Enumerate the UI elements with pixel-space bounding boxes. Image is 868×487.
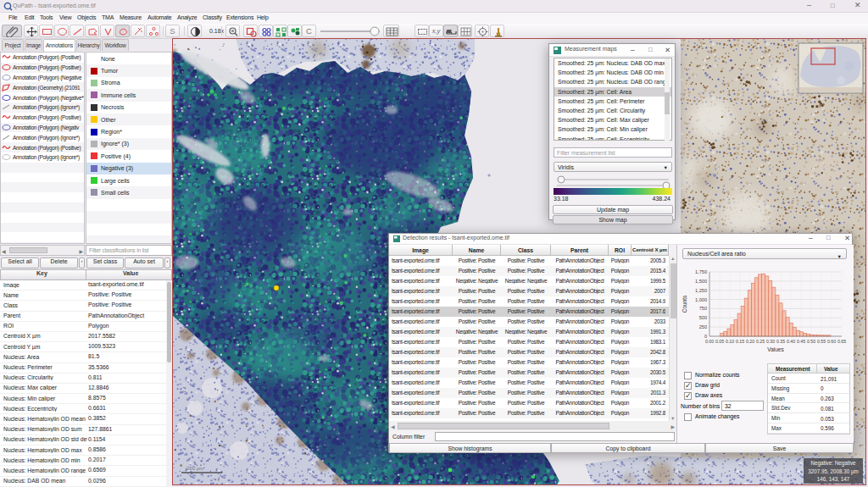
svg-text:1,750: 1,750	[695, 269, 707, 274]
svg-text:0.30: 0.30	[766, 339, 775, 344]
svg-text:0.05: 0.05	[715, 339, 724, 344]
svg-text:0.40: 0.40	[787, 339, 795, 344]
svg-text:0.25: 0.25	[756, 339, 765, 344]
svg-text:1,500: 1,500	[695, 279, 707, 284]
svg-text:0.10: 0.10	[726, 339, 734, 344]
svg-text:500: 500	[699, 315, 707, 320]
svg-text:750: 750	[699, 306, 707, 311]
svg-text:1,000: 1,000	[695, 297, 707, 302]
svg-text:200 µm: 200 µm	[186, 466, 203, 471]
svg-text:Values: Values	[767, 346, 784, 352]
svg-text:0.65: 0.65	[837, 339, 846, 344]
svg-text:0.15: 0.15	[736, 339, 744, 344]
svg-text:0.60: 0.60	[827, 339, 836, 344]
svg-text:0.55: 0.55	[817, 339, 826, 344]
svg-text:Counts: Counts	[682, 295, 687, 313]
svg-text:1,250: 1,250	[695, 288, 707, 293]
svg-text:250: 250	[699, 324, 707, 329]
svg-text:0.50: 0.50	[807, 339, 815, 344]
svg-text:0.35: 0.35	[776, 339, 785, 344]
svg-text:0.00: 0.00	[705, 339, 714, 344]
svg-text:0.45: 0.45	[797, 339, 805, 344]
svg-text:0.20: 0.20	[746, 339, 754, 344]
